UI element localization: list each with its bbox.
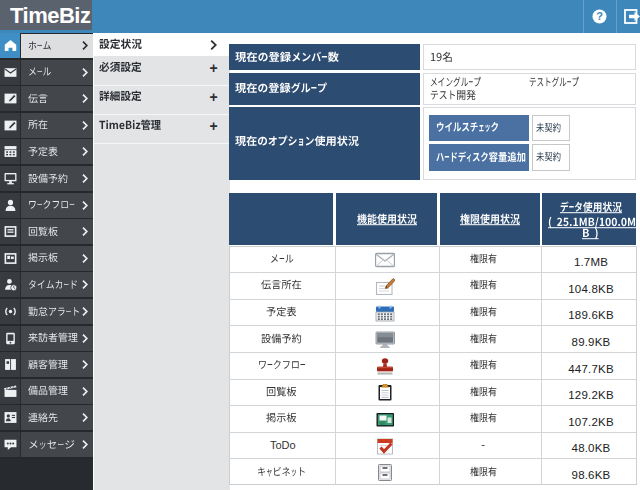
- svg-text:?: ?: [596, 10, 603, 22]
